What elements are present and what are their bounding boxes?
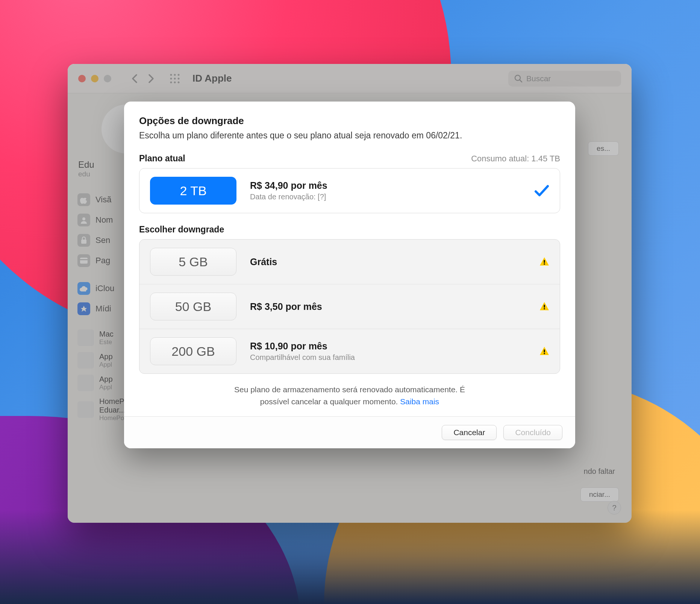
plan-size-badge: 200 GB xyxy=(150,337,236,365)
plan-size-badge: 50 GB xyxy=(150,293,236,320)
svg-point-16 xyxy=(544,263,545,265)
cancel-button[interactable]: Cancelar xyxy=(442,425,497,440)
plan-price: Grátis xyxy=(250,256,526,267)
current-plan-label: Plano atual xyxy=(139,153,185,164)
plan-price: R$ 3,50 por mês xyxy=(250,301,526,312)
plan-size-badge: 2 TB xyxy=(150,177,236,205)
current-usage-label: Consumo atual: 1.45 TB xyxy=(471,154,560,164)
current-plan-card: 2 TB R$ 34,90 por mês Data de renovação:… xyxy=(139,168,560,213)
warning-icon xyxy=(539,346,549,356)
choose-downgrade-label: Escolher downgrade xyxy=(139,225,560,235)
plan-size-badge: 5 GB xyxy=(150,248,236,276)
plan-detail: Compartilhável com sua família xyxy=(250,353,526,362)
auto-renewal-text: Seu plano de armazenamento será renovado… xyxy=(139,384,560,407)
modal-title: Opções de downgrade xyxy=(139,115,560,127)
downgrade-option-200gb[interactable]: 200 GB R$ 10,90 por mês Compartilhável c… xyxy=(139,329,560,373)
checkmark-icon xyxy=(534,184,549,197)
warning-icon xyxy=(539,257,549,267)
svg-point-20 xyxy=(544,353,545,354)
system-preferences-window: ID Apple Buscar Edu edu Visã N xyxy=(68,64,632,523)
svg-point-18 xyxy=(544,308,545,310)
plan-price: R$ 34,90 por mês xyxy=(250,180,521,191)
svg-rect-15 xyxy=(544,260,545,263)
downgrade-options-list: 5 GB Grátis 50 GB R$ 3,50 por mês xyxy=(139,239,560,374)
warning-icon xyxy=(539,302,549,311)
svg-rect-17 xyxy=(544,305,545,308)
learn-more-link[interactable]: Saiba mais xyxy=(400,397,439,406)
downgrade-option-50gb[interactable]: 50 GB R$ 3,50 por mês xyxy=(139,284,560,329)
svg-rect-19 xyxy=(544,349,545,352)
plan-price: R$ 10,90 por mês xyxy=(250,341,526,352)
downgrade-option-5gb[interactable]: 5 GB Grátis xyxy=(139,240,560,284)
modal-footer: Cancelar Concluído xyxy=(124,416,575,448)
done-button[interactable]: Concluído xyxy=(503,425,562,440)
modal-subtitle: Escolha um plano diferente antes que o s… xyxy=(139,131,560,141)
plan-detail: Data de renovação: [?] xyxy=(250,193,521,201)
downgrade-modal: Opções de downgrade Escolha um plano dif… xyxy=(124,102,575,448)
